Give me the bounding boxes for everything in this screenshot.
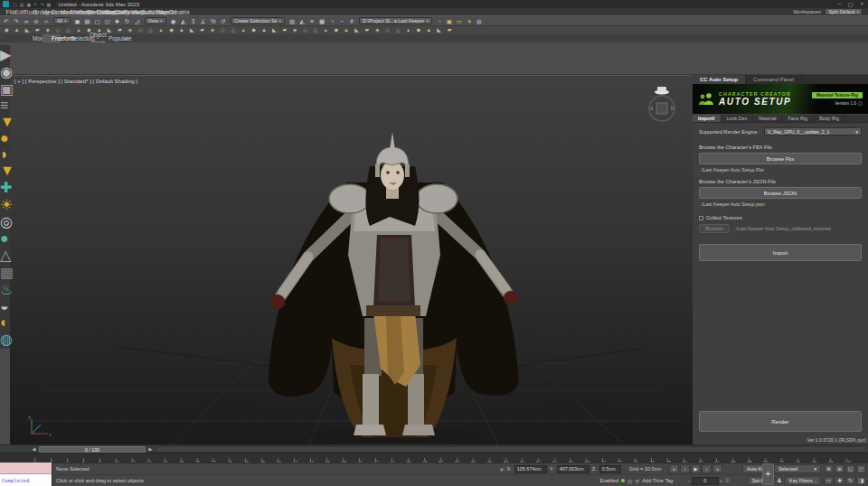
vray-toolbar-icon[interactable]: ◒ xyxy=(0,298,10,314)
ribbon-tab[interactable]: Object Paint xyxy=(80,34,99,42)
selection-set-dropdown[interactable]: Create Selection Se▾ xyxy=(231,17,285,24)
browse-fbx-button[interactable]: Browse Fbx xyxy=(699,153,862,164)
zoom-icon[interactable]: ⊕ xyxy=(824,464,834,473)
character-filter-icon[interactable]: ♟ xyxy=(777,477,782,484)
ribbon-tab[interactable]: Freeform xyxy=(42,34,61,42)
section-tab[interactable]: Look Dev xyxy=(722,115,754,122)
key-filters-button[interactable]: Key Filters... xyxy=(785,476,821,485)
plugin-icon[interactable]: ◈ xyxy=(43,26,52,34)
angle-snap-icon[interactable]: ∠ xyxy=(199,17,208,25)
listener-macro-pane[interactable] xyxy=(0,463,52,474)
open-file-icon[interactable]: ▤ xyxy=(20,2,24,7)
vray-toolbar-icon[interactable]: ▼ xyxy=(0,163,10,179)
select-by-name-icon[interactable]: ▤ xyxy=(83,17,92,25)
perspective-viewport[interactable]: [ + ] [ Perspective ] [ Standard* ] [ De… xyxy=(10,75,693,444)
open-in-cloud-icon[interactable]: ◍ xyxy=(475,17,484,25)
ribbon-tab[interactable]: Populate xyxy=(99,34,118,42)
section-tab[interactable]: Material xyxy=(753,115,782,122)
plugin-icon[interactable]: ◇ xyxy=(218,26,227,34)
time-slider-handle[interactable]: 0 / 100 xyxy=(39,446,146,453)
graphite-toggle-icon[interactable]: ◔ xyxy=(327,17,336,25)
curve-editor-icon[interactable]: ~ xyxy=(337,17,346,25)
schematic-view-icon[interactable]: # xyxy=(347,17,356,25)
vray-toolbar-icon[interactable]: ✚ xyxy=(0,179,10,196)
plugin-icon[interactable]: ▰ xyxy=(280,26,289,34)
rendered-frame-icon[interactable]: ▭ xyxy=(455,17,464,25)
mirror-icon[interactable]: ◭ xyxy=(297,17,307,25)
plugin-icon[interactable]: ▰ xyxy=(363,26,372,34)
plugin-icon[interactable]: ▲ xyxy=(12,26,21,34)
zoom-region-icon[interactable]: ▭ xyxy=(824,476,834,485)
vray-toolbar-icon[interactable]: ≡ xyxy=(0,98,10,114)
plugin-icon[interactable]: ◇ xyxy=(136,26,145,34)
vray-toolbar-icon[interactable]: ◍ xyxy=(0,331,10,348)
select-and-move-icon[interactable]: ✚ xyxy=(113,17,122,25)
key-mode-icon[interactable]: ⚿ xyxy=(725,478,730,484)
vray-toolbar-icon[interactable]: ● xyxy=(0,130,10,146)
plugin-icon[interactable]: ▲ xyxy=(177,26,186,34)
plugin-icon[interactable]: ▴ xyxy=(156,26,165,34)
maxscript-mini-listener[interactable]: Completed xyxy=(0,463,52,486)
previous-frame-icon[interactable]: ‹ xyxy=(680,464,690,473)
section-tab[interactable]: Face Rig xyxy=(783,115,815,122)
section-tab[interactable]: Import! xyxy=(693,115,722,122)
reference-coordinate-dropdown[interactable]: View▾ xyxy=(145,17,166,24)
vray-toolbar-icon[interactable]: ◎ xyxy=(0,213,10,230)
edit-named-selections-icon[interactable]: ▥ xyxy=(288,17,297,25)
plugin-icon[interactable]: ◆ xyxy=(249,26,258,34)
frame-plus-icon[interactable]: + xyxy=(720,478,723,483)
plugin-icon[interactable]: ◆ xyxy=(414,26,423,34)
plugin-icon[interactable]: ◇ xyxy=(382,26,392,34)
material-editor-icon[interactable]: ◔ xyxy=(435,17,444,25)
plugin-icon[interactable]: ◈ xyxy=(208,26,217,34)
tab-cc-auto-setup[interactable]: CC Auto Setup xyxy=(693,75,746,84)
maximize-button[interactable]: ▢ xyxy=(848,1,854,7)
undo-small-icon[interactable]: ↶ xyxy=(33,2,37,7)
redo-small-icon[interactable]: ↷ xyxy=(40,2,43,7)
vray-toolbar-icon[interactable]: △ xyxy=(0,247,10,264)
plugin-icon[interactable]: ◇ xyxy=(300,26,309,34)
spinner-snap-icon[interactable]: ↺ xyxy=(219,17,228,25)
plugin-icon[interactable]: ▰ xyxy=(115,26,124,34)
play-icon[interactable]: ▶ xyxy=(691,464,701,473)
plugin-icon[interactable]: ▴ xyxy=(403,26,412,34)
plugin-icon[interactable]: ◆ xyxy=(166,26,175,34)
plugin-icon[interactable]: ◆ xyxy=(2,26,11,34)
plugin-icon[interactable]: ▲ xyxy=(424,26,433,34)
enabled-label[interactable]: Enabled xyxy=(600,478,619,483)
import-button[interactable]: Import xyxy=(699,244,862,261)
next-frame-icon[interactable]: › xyxy=(702,464,712,473)
add-time-tag[interactable]: Add Time Tag xyxy=(642,478,673,483)
x-coordinate-field[interactable]: 105.674cm xyxy=(514,465,547,473)
go-to-end-icon[interactable]: » xyxy=(712,464,722,473)
unlink-selection-icon[interactable]: ⊘ xyxy=(32,17,41,25)
plugin-icon[interactable]: ◈ xyxy=(126,26,135,34)
minimize-button[interactable]: – xyxy=(837,1,840,7)
info-icon[interactable]: ⓘ xyxy=(858,100,863,106)
select-object-icon[interactable]: ▣ xyxy=(73,17,82,25)
render-setup-icon[interactable]: ▣ xyxy=(445,17,454,25)
render-engine-dropdown[interactable]: V_Ray_GPU_6__update_2_1 ▾ xyxy=(764,127,862,136)
vray-toolbar-icon[interactable]: ☀ xyxy=(0,196,10,213)
plugin-icon[interactable]: ▲ xyxy=(259,26,269,34)
z-coordinate-field[interactable]: 0.5cm xyxy=(599,465,621,473)
plugin-icon[interactable]: ▴ xyxy=(239,26,248,34)
vray-toolbar-icon[interactable]: ◉ xyxy=(0,63,10,80)
ribbon-tab[interactable]: Selection xyxy=(61,34,80,42)
loop-icon[interactable]: ↺ xyxy=(635,478,639,484)
plugin-icon[interactable]: ▰ xyxy=(197,26,206,34)
y-coordinate-field[interactable]: 407.003cm xyxy=(557,465,590,473)
time-slider-next-icon[interactable]: ▶ xyxy=(147,446,154,452)
plugin-icon[interactable]: ◈ xyxy=(290,26,299,34)
listener-output[interactable]: Completed xyxy=(0,474,52,486)
transform-typein-icon[interactable]: ✛ xyxy=(500,466,505,472)
frame-minus-icon[interactable]: – xyxy=(687,478,690,483)
time-slider-track[interactable] xyxy=(156,446,866,453)
plugin-icon[interactable]: ◣ xyxy=(434,26,443,34)
plugin-icon[interactable]: ◣ xyxy=(187,26,196,34)
rectangular-region-icon[interactable]: ▢ xyxy=(93,17,102,25)
plugin-icon[interactable]: △ xyxy=(63,26,72,34)
zoom-extents-icon[interactable]: ◱ xyxy=(845,464,855,473)
plugin-icon[interactable]: ◈ xyxy=(373,26,382,34)
plugin-icon[interactable]: △ xyxy=(146,26,155,34)
